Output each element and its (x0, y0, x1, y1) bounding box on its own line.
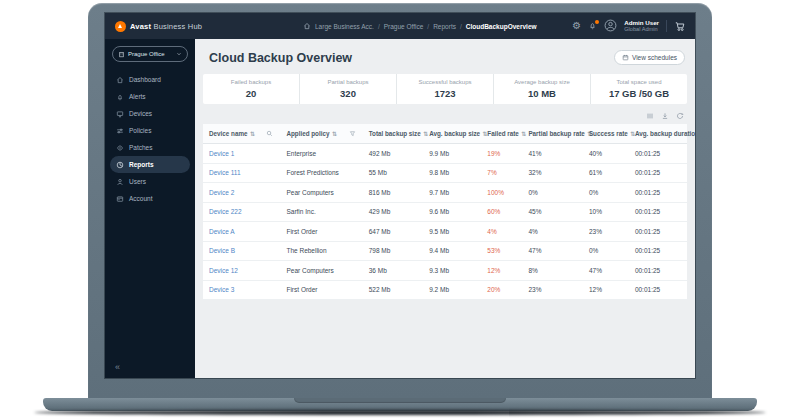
sidebar-item-patches[interactable]: Patches (105, 139, 195, 156)
breadcrumb-item-reports[interactable]: Reports (433, 23, 456, 30)
sidebar-item-label: Devices (129, 110, 152, 117)
sidebar-item-label: Alerts (129, 93, 146, 100)
calendar-icon (622, 54, 629, 61)
stat-value: 320 (340, 88, 356, 99)
cell-avg-backup-size: 9.3 Mb (423, 267, 481, 274)
app-body: Prague Office Dashboard Alerts Devices (105, 39, 695, 378)
table-row[interactable]: Device 1 Enterprise 492 Mb 9.9 Mb 19% 41… (203, 144, 687, 164)
sidebar-item-label: Patches (129, 144, 153, 151)
app-window: Avast Business Hub Large Business Acc. /… (105, 13, 695, 378)
sliders-icon (116, 127, 124, 135)
cell-applied-policy: Pear Computers (280, 267, 362, 274)
columns-icon[interactable] (646, 112, 654, 120)
cart-icon[interactable] (674, 20, 686, 32)
table-row[interactable]: Device 2 Pear Computers 816 Mb 9.7 Mb 10… (203, 183, 687, 203)
sidebar-item-label: Account (129, 195, 153, 202)
user-menu[interactable]: Admin User Global Admin (624, 19, 659, 33)
user-name: Admin User (624, 19, 659, 26)
filter-icon[interactable] (349, 130, 356, 137)
cell-avg-backup-duration: 00:01:25 (629, 150, 687, 157)
cell-total-backup-size: 492 Mb (363, 150, 424, 157)
cell-total-backup-size: 816 Mb (363, 189, 424, 196)
patch-icon (116, 144, 124, 152)
sort-icon[interactable]: ⇅ (332, 130, 337, 137)
device-name-link[interactable]: Device 1 (203, 150, 280, 157)
sort-icon[interactable]: ⇅ (250, 130, 255, 137)
column-device-name: Device name ⇅ (203, 130, 280, 137)
cell-partial-backup-rate: 47% (522, 247, 583, 254)
view-schedules-button[interactable]: View schedules (614, 50, 685, 65)
cell-failed-rate: 53% (481, 247, 522, 254)
search-icon[interactable] (266, 130, 273, 137)
sidebar-item-policies[interactable]: Policies (105, 122, 195, 139)
cell-failed-rate: 100% (481, 189, 522, 196)
breadcrumb-item-site[interactable]: Prague Office (384, 23, 424, 30)
stat-average-backup-size: Average backup size 10 MB (494, 74, 591, 104)
cell-partial-backup-rate: 4% (522, 228, 583, 235)
cell-applied-policy: Sarfin Inc. (280, 208, 362, 215)
sidebar-item-devices[interactable]: Devices (105, 105, 195, 122)
breadcrumb-separator: / (460, 23, 462, 30)
device-name-link[interactable]: Device A (203, 228, 280, 235)
cell-failed-rate: 12% (481, 267, 522, 274)
column-avg-backup-size: Avg. backup size ⇅ (423, 130, 481, 137)
stat-failed-backups: Failed backups 20 (203, 74, 300, 104)
cell-avg-backup-duration: 00:01:25 (629, 189, 687, 196)
cell-avg-backup-size: 9.6 Mb (423, 208, 481, 215)
backup-table: Device name ⇅ Applied policy ⇅ Total bac… (203, 124, 687, 300)
brand-secondary: Business Hub (153, 22, 202, 31)
stat-label: Failed backups (231, 79, 271, 85)
table-row[interactable]: Device B The Rebellion 798 Mb 9.4 Mb 53%… (203, 242, 687, 262)
device-name-link[interactable]: Device 222 (203, 208, 280, 215)
laptop-mockup: Avast Business Hub Large Business Acc. /… (0, 0, 800, 420)
avatar-icon[interactable] (604, 19, 617, 32)
sidebar-item-users[interactable]: Users (105, 173, 195, 190)
breadcrumb-separator: / (378, 23, 380, 30)
device-name-link[interactable]: Device 12 (203, 267, 280, 274)
cell-avg-backup-duration: 00:01:25 (629, 267, 687, 274)
laptop-base-notch (294, 398, 506, 403)
device-name-link[interactable]: Device 3 (203, 286, 280, 293)
breadcrumb-item-account[interactable]: Large Business Acc. (315, 23, 374, 30)
table-row[interactable]: Device 222 Sarfin Inc. 429 Mb 9.6 Mb 60%… (203, 203, 687, 223)
user-icon (116, 178, 124, 186)
device-name-link[interactable]: Device 2 (203, 189, 280, 196)
cell-avg-backup-duration: 00:01:25 (629, 286, 687, 293)
cell-failed-rate: 7% (481, 169, 522, 176)
cell-applied-policy: Enterprise (280, 150, 362, 157)
cell-success-rate: 12% (583, 286, 629, 293)
table-row[interactable]: Device 3 First Order 522 Mb 9.2 Mb 20% 2… (203, 281, 687, 301)
sidebar-item-reports[interactable]: Reports (110, 156, 190, 173)
refresh-icon[interactable] (676, 112, 684, 120)
breadcrumb-item-current: CloudBackupOverview (466, 23, 537, 30)
column-avg-backup-duration: Avg. backup duration ⇅ (629, 130, 687, 137)
cell-avg-backup-duration: 00:01:25 (629, 228, 687, 235)
cell-partial-backup-rate: 23% (522, 286, 583, 293)
cell-total-backup-size: 798 Mb (363, 247, 424, 254)
sidebar-collapse-button[interactable]: « (115, 362, 120, 372)
cell-avg-backup-size: 9.2 Mb (423, 286, 481, 293)
table-row[interactable]: Device A First Order 647 Mb 9.5 Mb 4% 4%… (203, 222, 687, 242)
download-icon[interactable] (661, 112, 669, 120)
notifications-button[interactable] (588, 21, 597, 30)
device-name-link[interactable]: Device B (203, 247, 280, 254)
pie-chart-icon (116, 161, 124, 169)
sidebar-item-account[interactable]: Account (105, 190, 195, 207)
site-selector[interactable]: Prague Office (112, 46, 188, 62)
brand-primary: Avast (130, 22, 151, 31)
monitor-icon (116, 110, 124, 118)
cell-applied-policy: First Order (280, 286, 362, 293)
laptop-screen-bezel: Avast Business Hub Large Business Acc. /… (88, 3, 712, 399)
cell-partial-backup-rate: 32% (522, 169, 583, 176)
stat-label: Average backup size (514, 79, 570, 85)
brand: Avast Business Hub (115, 21, 303, 32)
column-success-rate: Success rate ⇅ (583, 130, 629, 137)
cell-applied-policy: Pear Computers (280, 189, 362, 196)
gear-icon[interactable]: ⚙ (572, 21, 581, 31)
sidebar-item-dashboard[interactable]: Dashboard (105, 71, 195, 88)
table-row[interactable]: Device 111 Forest Predictions 55 Mb 9.8 … (203, 164, 687, 184)
table-row[interactable]: Device 12 Pear Computers 36 Mb 9.3 Mb 12… (203, 261, 687, 281)
sidebar-item-label: Policies (129, 127, 151, 134)
device-name-link[interactable]: Device 111 (203, 169, 280, 176)
sidebar-item-alerts[interactable]: Alerts (105, 88, 195, 105)
